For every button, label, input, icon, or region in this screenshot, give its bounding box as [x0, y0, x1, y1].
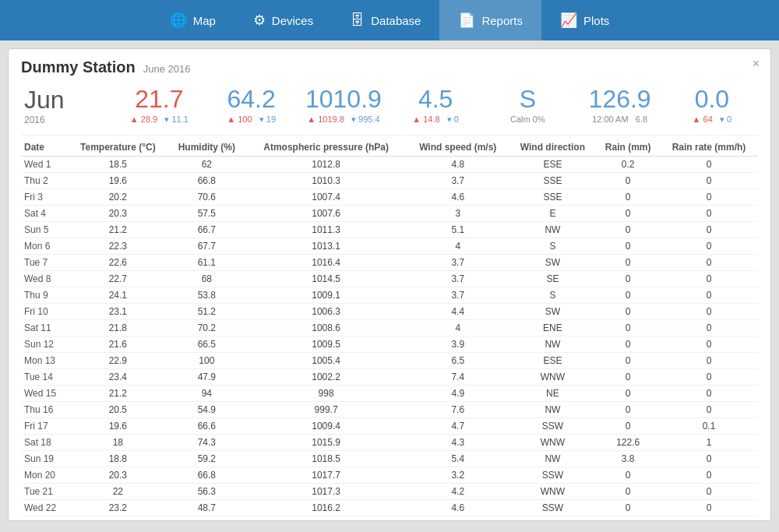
- table-cell: Sun 12: [21, 336, 68, 353]
- nav-label-devices: Devices: [272, 14, 313, 27]
- table-cell: 1015.9: [245, 435, 407, 451]
- table-cell: 21.6: [68, 336, 167, 353]
- table-cell: Fri 3: [21, 189, 68, 206]
- table-cell: 1016.4: [245, 255, 407, 271]
- table-cell: 18.5: [68, 157, 167, 173]
- table-body: Wed 118.5621012.84.8ESE0.20Thu 219.666.8…: [21, 157, 758, 521]
- nav-item-database[interactable]: 🗄 Database: [332, 0, 439, 41]
- table-cell: 7.4: [407, 369, 509, 386]
- table-cell: 0: [660, 402, 758, 418]
- table-cell: 0: [596, 516, 660, 521]
- table-cell: NW: [509, 222, 596, 238]
- table-cell: 0: [596, 369, 660, 386]
- table-cell: SE: [509, 271, 596, 287]
- table-cell: 4.6: [407, 189, 509, 206]
- table-cell: 4: [407, 238, 509, 255]
- table-cell: 0: [596, 271, 660, 287]
- devices-icon: ⚙: [253, 12, 266, 29]
- table-cell: 0: [660, 238, 758, 255]
- col-temperature: Temperature (°C): [68, 139, 167, 157]
- summary-humidity-col: 64.2 ▲ 100 ▾ 19: [206, 83, 298, 128]
- table-cell: 0: [596, 206, 660, 222]
- summary-pressure-sub: ▲ 1019.8 ▾ 995.4: [301, 115, 386, 125]
- table-cell: 5.4: [407, 451, 509, 467]
- table-cell: S: [509, 238, 596, 255]
- table-cell: WNW: [509, 369, 596, 386]
- table-cell: 1009.5: [245, 336, 407, 353]
- humidity-high: ▲ 100: [227, 115, 252, 124]
- table-cell: 0: [596, 418, 660, 435]
- table-cell: 0: [596, 255, 660, 271]
- table-cell: Sat 18: [21, 435, 68, 451]
- table-cell: 61.1: [167, 255, 245, 271]
- main-content: Dummy Station June 2016 × Jun 2016 21.7 …: [0, 41, 779, 529]
- summary-rain-col: 126.9 12:00 AM 6.8: [574, 83, 666, 127]
- pressure-low: ▾ 995.4: [351, 115, 380, 124]
- table-cell: 23.2: [68, 500, 167, 516]
- table-cell: Thu 23: [21, 516, 68, 521]
- summary-wind-dir-col: S Calm 0%: [481, 83, 573, 127]
- table-cell: 0: [596, 500, 660, 516]
- nav-label-reports: Reports: [481, 14, 523, 27]
- nav-item-devices[interactable]: ⚙ Devices: [234, 0, 332, 41]
- wind-speed-low: ▾ 0: [447, 115, 459, 124]
- table-cell: Thu 2: [21, 173, 68, 189]
- table-cell: 5.1: [407, 222, 509, 238]
- table-cell: 0: [596, 336, 660, 353]
- table-cell: SW: [509, 304, 596, 320]
- table-cell: 0: [596, 173, 660, 189]
- table-row: Tue 722.661.11016.43.7SW00: [21, 255, 758, 271]
- table-cell: 0: [660, 484, 758, 500]
- table-cell: Tue 21: [21, 484, 68, 500]
- table-cell: 0: [660, 304, 758, 320]
- table-cell: 3.2: [407, 467, 509, 484]
- table-cell: 4.7: [407, 418, 509, 435]
- table-cell: 0: [596, 304, 660, 320]
- table-cell: Wed 15: [21, 386, 68, 402]
- table-row: Sun 1221.666.51009.53.9NW00: [21, 336, 758, 353]
- summary-rain-rate-val: 0.0: [669, 86, 755, 113]
- table-cell: 1010.3: [245, 173, 407, 189]
- table-cell: 0: [596, 386, 660, 402]
- table-cell: ENE: [509, 320, 596, 336]
- table-cell: 1008.6: [245, 320, 407, 336]
- close-button[interactable]: ×: [753, 57, 760, 71]
- table-cell: 20.3: [68, 206, 167, 222]
- col-wind-speed: Wind speed (m/s): [407, 139, 509, 157]
- station-header: Dummy Station June 2016 ×: [21, 58, 758, 76]
- temp-low: ▾ 11.1: [164, 115, 188, 124]
- table-cell: 57.5: [167, 206, 245, 222]
- table-cell: 48.7: [167, 500, 245, 516]
- table-cell: 4: [407, 320, 509, 336]
- table-cell: 66.8: [167, 173, 245, 189]
- table-cell: 22.9: [68, 353, 167, 369]
- nav-item-reports[interactable]: 📄 Reports: [439, 0, 541, 41]
- table-cell: 4.4: [407, 304, 509, 320]
- table-cell: SW: [509, 255, 596, 271]
- table-cell: 4.8: [407, 157, 509, 173]
- table-cell: 3.9: [407, 336, 509, 353]
- table-cell: Mon 6: [21, 238, 68, 255]
- table-cell: 3: [407, 206, 509, 222]
- col-humidity: Humidity (%): [167, 139, 245, 157]
- table-cell: 23.1: [68, 304, 167, 320]
- table-cell: 74.3: [167, 435, 245, 451]
- summary-wind-speed-sub: ▲ 14.8 ▾ 0: [393, 115, 478, 125]
- table-cell: 59.2: [167, 451, 245, 467]
- table-cell: 0: [660, 467, 758, 484]
- nav-item-plots[interactable]: 📈 Plots: [541, 0, 628, 41]
- table-header-row: Date Temperature (°C) Humidity (%) Atmos…: [21, 139, 758, 157]
- table-cell: 7.6: [407, 402, 509, 418]
- table-cell: 0: [660, 500, 758, 516]
- table-cell: Wed 1: [21, 157, 68, 173]
- table-cell: 56.3: [167, 484, 245, 500]
- table-cell: 3.7: [407, 173, 509, 189]
- col-rain-rate: Rain rate (mm/h): [660, 139, 758, 157]
- nav-item-map[interactable]: 🌐 Map: [151, 0, 234, 41]
- table-cell: 44.8: [167, 516, 245, 521]
- table-cell: 62: [167, 157, 245, 173]
- table-cell: Sun 19: [21, 451, 68, 467]
- summary-wind-speed-col: 4.5 ▲ 14.8 ▾ 0: [390, 83, 481, 128]
- table-row: Thu 924.153.81009.13.7S00: [21, 287, 758, 304]
- table-cell: 53.8: [167, 287, 245, 304]
